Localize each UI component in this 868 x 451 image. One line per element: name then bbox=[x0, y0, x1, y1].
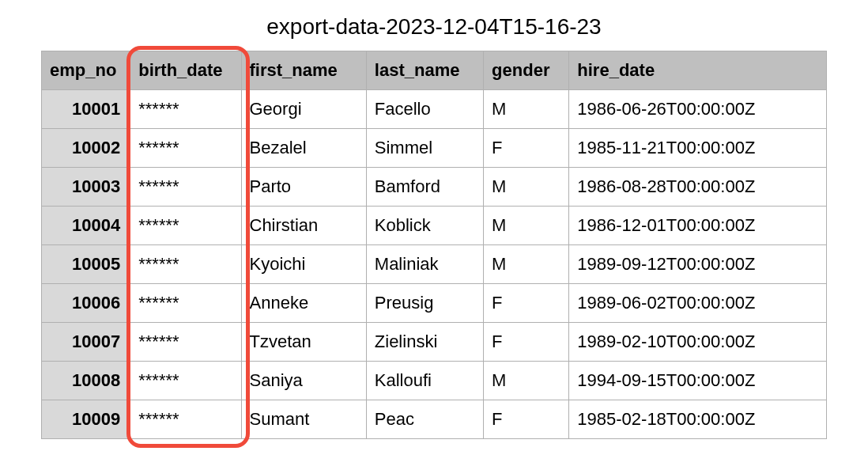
column-header-first-name: first_name bbox=[241, 51, 366, 90]
table-row: 10001******GeorgiFacelloM1986-06-26T00:0… bbox=[42, 90, 827, 129]
table-row: 10005******KyoichiMaliniakM1989-09-12T00… bbox=[42, 245, 827, 284]
cell-first-name: Kyoichi bbox=[241, 245, 366, 284]
cell-gender: M bbox=[484, 207, 569, 245]
cell-last-name: Zielinski bbox=[366, 323, 483, 362]
cell-birth-date: ****** bbox=[130, 362, 241, 400]
cell-emp-no: 10008 bbox=[42, 362, 130, 400]
table-row: 10006******AnnekePreusigF1989-06-02T00:0… bbox=[42, 284, 827, 323]
column-header-gender: gender bbox=[484, 51, 569, 90]
cell-emp-no: 10006 bbox=[42, 284, 130, 323]
column-header-birth-date: birth_date bbox=[130, 51, 241, 90]
cell-first-name: Georgi bbox=[241, 90, 366, 129]
cell-last-name: Peac bbox=[366, 400, 483, 439]
table-row: 10008******SaniyaKalloufiM1994-09-15T00:… bbox=[42, 362, 827, 400]
cell-first-name: Sumant bbox=[241, 400, 366, 439]
cell-emp-no: 10001 bbox=[42, 90, 130, 129]
cell-gender: F bbox=[484, 323, 569, 362]
cell-emp-no: 10004 bbox=[42, 207, 130, 245]
cell-last-name: Koblick bbox=[366, 207, 483, 245]
cell-emp-no: 10009 bbox=[42, 400, 130, 439]
cell-gender: M bbox=[484, 90, 569, 129]
cell-hire-date: 1989-09-12T00:00:00Z bbox=[569, 245, 827, 284]
cell-hire-date: 1986-08-28T00:00:00Z bbox=[569, 168, 827, 207]
cell-hire-date: 1989-02-10T00:00:00Z bbox=[569, 323, 827, 362]
table-header-row: emp_no birth_date first_name last_name g… bbox=[42, 51, 827, 90]
cell-hire-date: 1994-09-15T00:00:00Z bbox=[569, 362, 827, 400]
cell-hire-date: 1986-12-01T00:00:00Z bbox=[569, 207, 827, 245]
cell-last-name: Maliniak bbox=[366, 245, 483, 284]
cell-birth-date: ****** bbox=[130, 207, 241, 245]
cell-gender: M bbox=[484, 168, 569, 207]
cell-first-name: Parto bbox=[241, 168, 366, 207]
cell-last-name: Simmel bbox=[366, 129, 483, 168]
cell-gender: F bbox=[484, 129, 569, 168]
cell-first-name: Bezalel bbox=[241, 129, 366, 168]
cell-gender: M bbox=[484, 362, 569, 400]
cell-first-name: Tzvetan bbox=[241, 323, 366, 362]
cell-first-name: Anneke bbox=[241, 284, 366, 323]
table-wrapper: emp_no birth_date first_name last_name g… bbox=[41, 51, 827, 439]
cell-last-name: Kalloufi bbox=[366, 362, 483, 400]
cell-hire-date: 1989-06-02T00:00:00Z bbox=[569, 284, 827, 323]
column-header-last-name: last_name bbox=[366, 51, 483, 90]
cell-birth-date: ****** bbox=[130, 245, 241, 284]
column-header-emp-no: emp_no bbox=[42, 51, 130, 90]
cell-emp-no: 10007 bbox=[42, 323, 130, 362]
cell-emp-no: 10005 bbox=[42, 245, 130, 284]
cell-birth-date: ****** bbox=[130, 129, 241, 168]
cell-last-name: Preusig bbox=[366, 284, 483, 323]
data-table: emp_no birth_date first_name last_name g… bbox=[41, 51, 827, 439]
cell-birth-date: ****** bbox=[130, 90, 241, 129]
cell-hire-date: 1986-06-26T00:00:00Z bbox=[569, 90, 827, 129]
cell-hire-date: 1985-11-21T00:00:00Z bbox=[569, 129, 827, 168]
cell-emp-no: 10002 bbox=[42, 129, 130, 168]
cell-birth-date: ****** bbox=[130, 168, 241, 207]
cell-hire-date: 1985-02-18T00:00:00Z bbox=[569, 400, 827, 439]
cell-emp-no: 10003 bbox=[42, 168, 130, 207]
cell-birth-date: ****** bbox=[130, 284, 241, 323]
cell-last-name: Facello bbox=[366, 90, 483, 129]
cell-last-name: Bamford bbox=[366, 168, 483, 207]
cell-first-name: Saniya bbox=[241, 362, 366, 400]
table-row: 10002******BezalelSimmelF1985-11-21T00:0… bbox=[42, 129, 827, 168]
cell-birth-date: ****** bbox=[130, 400, 241, 439]
cell-gender: F bbox=[484, 284, 569, 323]
table-row: 10007******TzvetanZielinskiF1989-02-10T0… bbox=[42, 323, 827, 362]
table-row: 10003******PartoBamfordM1986-08-28T00:00… bbox=[42, 168, 827, 207]
column-header-hire-date: hire_date bbox=[569, 51, 827, 90]
cell-first-name: Chirstian bbox=[241, 207, 366, 245]
cell-gender: F bbox=[484, 400, 569, 439]
table-row: 10004******ChirstianKoblickM1986-12-01T0… bbox=[42, 207, 827, 245]
cell-gender: M bbox=[484, 245, 569, 284]
page-title: export-data-2023-12-04T15-16-23 bbox=[0, 0, 868, 51]
cell-birth-date: ****** bbox=[130, 323, 241, 362]
table-row: 10009******SumantPeacF1985-02-18T00:00:0… bbox=[42, 400, 827, 439]
